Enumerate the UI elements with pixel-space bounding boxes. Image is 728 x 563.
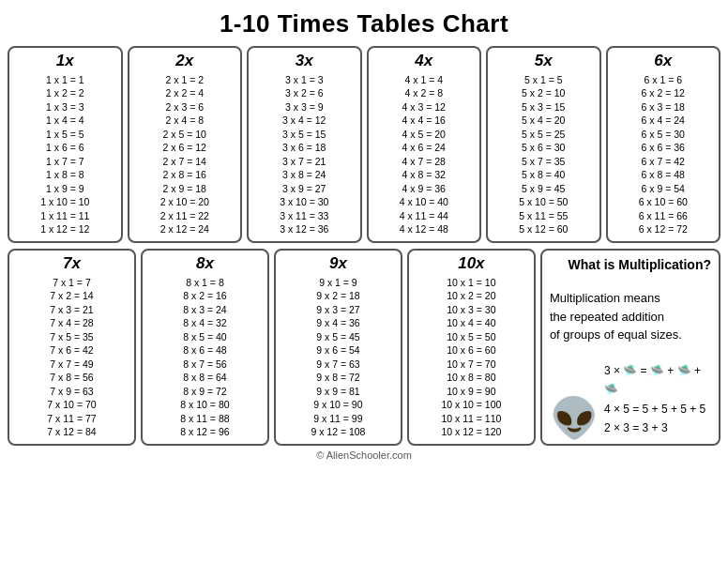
table-row: 4 x 6 = 24 — [373, 141, 476, 154]
top-row: 1x1 x 1 = 11 x 2 = 21 x 3 = 31 x 4 = 41 … — [8, 46, 720, 243]
table-header-1x: 1x — [14, 52, 116, 70]
table-row: 5 x 10 = 50 — [493, 195, 595, 208]
table-row: 3 x 3 = 9 — [253, 100, 356, 114]
table-row: 6 x 7 = 42 — [613, 155, 715, 168]
table-body-2x: 2 x 1 = 22 x 2 = 42 x 3 = 62 x 4 = 82 x … — [134, 73, 236, 236]
footer-credit: © AlienSchooler.com — [316, 449, 412, 461]
table-row: 4 x 11 = 44 — [373, 209, 476, 222]
table-box-2x: 2x2 x 1 = 22 x 2 = 42 x 3 = 62 x 4 = 82 … — [128, 46, 243, 243]
table-row: 3 x 9 = 27 — [253, 182, 356, 195]
table-row: 3 x 6 = 18 — [253, 141, 356, 154]
table-row: 4 x 1 = 4 — [373, 73, 476, 86]
table-row: 9 x 1 = 9 — [281, 276, 396, 289]
table-row: 10 x 10 = 100 — [414, 398, 529, 411]
table-row: 6 x 1 = 6 — [613, 73, 715, 86]
table-row: 3 x 12 = 36 — [253, 222, 356, 236]
table-box-1x: 1x1 x 1 = 11 x 2 = 21 x 3 = 31 x 4 = 41 … — [8, 46, 123, 243]
table-row: 2 x 3 = 6 — [134, 100, 236, 114]
table-row: 7 x 8 = 56 — [14, 371, 129, 384]
table-row: 6 x 10 = 60 — [613, 195, 715, 208]
table-row: 2 x 10 = 20 — [134, 195, 236, 208]
table-row: 5 x 4 = 20 — [493, 114, 595, 127]
table-box-5x: 5x5 x 1 = 55 x 2 = 105 x 3 = 155 x 4 = 2… — [486, 46, 601, 243]
table-row: 8 x 10 = 80 — [147, 398, 263, 411]
table-row: 10 x 9 = 90 — [414, 385, 529, 398]
table-row: 1 x 11 = 11 — [14, 209, 116, 222]
alien-formulas-area: 👽3 × 🛸 = 🛸 + 🛸 + 🛸4 × 5 = 5 + 5 + 5 + 52… — [550, 361, 711, 438]
table-header-2x: 2x — [134, 52, 236, 70]
alien-character: 👽 — [550, 399, 599, 438]
table-row: 7 x 6 = 42 — [14, 343, 129, 357]
table-row: 5 x 2 = 10 — [493, 86, 595, 99]
table-row: 5 x 9 = 45 — [493, 182, 595, 195]
table-row: 1 x 7 = 7 — [14, 155, 116, 168]
table-row: 4 x 5 = 20 — [373, 128, 476, 141]
table-row: 6 x 12 = 72 — [613, 222, 715, 236]
table-row: 10 x 2 = 20 — [414, 289, 529, 302]
table-box-3x: 3x3 x 1 = 33 x 2 = 63 x 3 = 93 x 4 = 123… — [247, 46, 362, 243]
table-row: 3 x 11 = 33 — [253, 209, 356, 222]
table-row: 10 x 3 = 30 — [414, 303, 529, 316]
formula-ufo: 3 × 🛸 = 🛸 + 🛸 + 🛸 — [604, 361, 711, 400]
table-row: 3 x 4 = 12 — [253, 114, 356, 127]
table-body-10x: 10 x 1 = 1010 x 2 = 2010 x 3 = 3010 x 4 … — [414, 276, 529, 439]
table-row: 10 x 12 = 120 — [414, 425, 529, 438]
table-row: 2 x 2 = 4 — [134, 86, 236, 99]
table-header-3x: 3x — [253, 52, 356, 70]
table-header-6x: 6x — [613, 52, 715, 70]
table-row: 10 x 11 = 110 — [414, 412, 529, 425]
table-row: 10 x 8 = 80 — [414, 371, 529, 384]
table-row: 9 x 9 = 81 — [281, 385, 396, 398]
table-row: 4 x 4 = 16 — [373, 114, 476, 127]
table-row: 2 x 9 = 18 — [134, 182, 236, 195]
table-body-4x: 4 x 1 = 44 x 2 = 84 x 3 = 124 x 4 = 164 … — [373, 73, 476, 236]
table-row: 6 x 2 = 12 — [613, 86, 715, 99]
bottom-row: 7x7 x 1 = 77 x 2 = 147 x 3 = 217 x 4 = 2… — [8, 249, 720, 446]
table-row: 10 x 4 = 40 — [414, 316, 529, 329]
table-row: 2 x 5 = 10 — [134, 128, 236, 141]
table-row: 6 x 9 = 54 — [613, 182, 715, 195]
table-row: 4 x 7 = 28 — [373, 155, 476, 168]
table-row: 8 x 4 = 32 — [147, 316, 263, 329]
table-row: 2 x 11 = 22 — [134, 209, 236, 222]
table-row: 8 x 7 = 56 — [147, 358, 263, 371]
table-row: 9 x 11 = 99 — [281, 412, 396, 425]
table-box-10x: 10x10 x 1 = 1010 x 2 = 2010 x 3 = 3010 x… — [407, 249, 536, 446]
table-row: 6 x 4 = 24 — [613, 114, 715, 127]
table-body-7x: 7 x 1 = 77 x 2 = 147 x 3 = 217 x 4 = 287… — [14, 276, 129, 439]
table-row: 7 x 11 = 77 — [14, 412, 129, 425]
table-row: 1 x 8 = 8 — [14, 168, 116, 181]
table-row: 1 x 3 = 3 — [14, 100, 116, 114]
table-header-10x: 10x — [414, 254, 529, 273]
table-row: 1 x 9 = 9 — [14, 182, 116, 195]
table-row: 6 x 8 = 48 — [613, 168, 715, 181]
table-row: 5 x 7 = 35 — [493, 155, 595, 168]
table-row: 1 x 10 = 10 — [14, 195, 116, 208]
table-row: 1 x 12 = 12 — [14, 222, 116, 236]
table-row: 8 x 9 = 72 — [147, 385, 263, 398]
table-header-9x: 9x — [281, 254, 396, 273]
table-row: 9 x 12 = 108 — [281, 425, 396, 438]
table-row: 1 x 6 = 6 — [14, 141, 116, 154]
table-row: 8 x 2 = 16 — [147, 289, 263, 302]
page-title: 1-10 Times Tables Chart — [220, 9, 508, 38]
table-row: 4 x 2 = 8 — [373, 86, 476, 99]
table-box-9x: 9x9 x 1 = 99 x 2 = 189 x 3 = 279 x 4 = 3… — [274, 249, 402, 446]
table-row: 2 x 6 = 12 — [134, 141, 236, 154]
table-row: 5 x 8 = 40 — [493, 168, 595, 181]
table-row: 9 x 2 = 18 — [281, 289, 396, 302]
table-row: 9 x 6 = 54 — [281, 343, 396, 357]
table-row: 7 x 1 = 7 — [14, 276, 129, 289]
table-row: 7 x 2 = 14 — [14, 289, 129, 302]
table-row: 10 x 5 = 50 — [414, 330, 529, 343]
table-row: 1 x 2 = 2 — [14, 86, 116, 99]
table-row: 5 x 12 = 60 — [493, 222, 595, 236]
table-body-9x: 9 x 1 = 99 x 2 = 189 x 3 = 279 x 4 = 369… — [281, 276, 396, 439]
tables-grid: 1x1 x 1 = 11 x 2 = 21 x 3 = 31 x 4 = 41 … — [8, 46, 720, 446]
table-row: 4 x 9 = 36 — [373, 182, 476, 195]
table-header-7x: 7x — [14, 254, 129, 273]
info-description: Multiplication meansthe repeated additio… — [550, 289, 711, 344]
table-row: 1 x 4 = 4 — [14, 114, 116, 127]
table-row: 4 x 3 = 12 — [373, 100, 476, 114]
table-box-7x: 7x7 x 1 = 77 x 2 = 147 x 3 = 217 x 4 = 2… — [8, 249, 136, 446]
